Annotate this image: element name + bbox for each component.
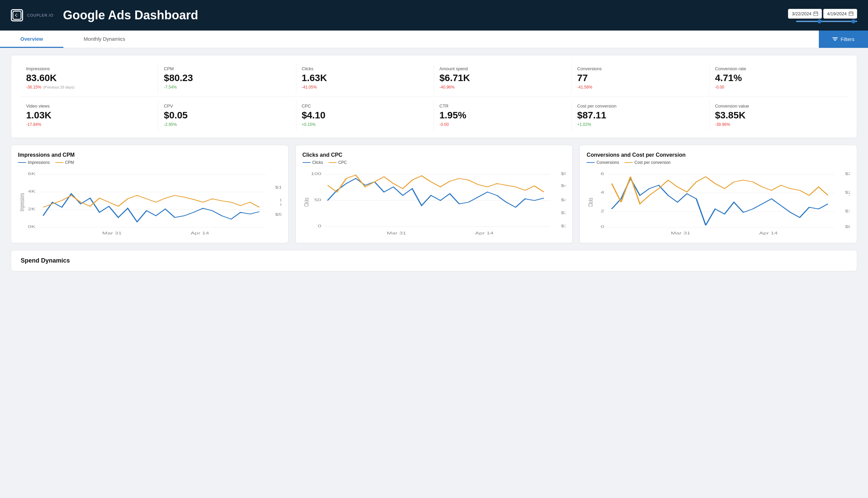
svg-text:100: 100 <box>310 172 321 176</box>
svg-point-1 <box>16 14 18 16</box>
legend-impressions: Impressions <box>18 160 50 165</box>
svg-text:2: 2 <box>601 209 604 213</box>
svg-text:$50: $50 <box>275 213 281 217</box>
svg-text:$0: $0 <box>845 225 850 228</box>
stat-impressions: Impressions 83.60K -36.15% (Previous 29 … <box>21 62 158 94</box>
date-end-input[interactable]: 4/19/2024 <box>823 9 857 19</box>
logo-text: COUPLER.IO <box>27 13 54 17</box>
chart-clicks-cpc: Clicks and CPC Clicks CPC 100 50 0 <box>295 145 573 243</box>
stats-row-2: Video views 1.03K -17.84% CPV $0.05 -2.9… <box>21 100 847 131</box>
legend-cost-per-conv: Cost per conversion <box>625 160 671 165</box>
stat-cpc: CPC $4.10 +0.15% <box>296 100 434 131</box>
chart-conversions-cost: Conversions and Cost per Conversion Conv… <box>579 145 857 243</box>
svg-text:Cost per conversion: Cost per conversion <box>849 187 850 218</box>
stat-conversion-value: Conversion value $3.85K -39.96% <box>710 100 847 131</box>
stats-divider <box>21 96 847 97</box>
svg-rect-2 <box>814 12 818 16</box>
svg-text:CPM: CPM <box>279 198 281 206</box>
svg-text:Apr 14: Apr 14 <box>759 231 777 235</box>
slider-thumb-start[interactable] <box>817 19 822 23</box>
svg-text:Clicks: Clicks <box>588 198 595 207</box>
legend-cpm: CPM <box>55 160 74 165</box>
stat-conversions: Conversions 77 -41.56% <box>572 62 709 94</box>
stat-video-views: Video views 1.03K -17.84% <box>21 100 158 131</box>
filters-button[interactable]: Filters <box>819 30 868 48</box>
stat-conversion-rate: Conversion rate 4.71% -0.00 <box>710 62 847 94</box>
nav-bar: Overview Monthly Dynamics Filters <box>0 30 868 48</box>
charts-row: Impressions and CPM Impressions CPM 6K 4… <box>11 145 857 243</box>
calendar-icon-end <box>849 11 853 16</box>
stat-ctr: CTR 1.95% -0.00 <box>434 100 572 131</box>
svg-text:50: 50 <box>314 198 321 202</box>
legend-clicks: Clicks <box>303 160 323 165</box>
svg-text:Apr 14: Apr 14 <box>475 231 493 235</box>
legend-dot-blue-3 <box>587 162 595 163</box>
svg-text:4K: 4K <box>28 189 36 193</box>
svg-text:4: 4 <box>601 191 604 194</box>
stat-clicks: Clicks 1.63K -41.05% <box>296 62 434 94</box>
stat-cost-per-conversion: Cost per conversion $87.11 +1.02% <box>572 100 709 131</box>
date-range-slider[interactable] <box>796 21 857 22</box>
stats-row-1: Impressions 83.60K -36.15% (Previous 29 … <box>21 62 847 94</box>
calendar-icon-start <box>813 11 818 16</box>
svg-text:$5.0: $5.0 <box>561 172 566 176</box>
tab-monthly-dynamics[interactable]: Monthly Dynamics <box>63 30 146 48</box>
svg-text:$3.0: $3.0 <box>561 224 566 228</box>
svg-text:CPC: CPC <box>564 198 566 206</box>
logo-icon <box>11 9 23 21</box>
legend-dot-blue-1 <box>18 162 26 163</box>
svg-text:0: 0 <box>601 225 604 228</box>
chart-legend-3: Conversions Cost per conversion <box>587 160 850 165</box>
spend-dynamics-card: Spend Dynamics <box>11 250 857 271</box>
svg-text:Mar 31: Mar 31 <box>387 231 406 235</box>
slider-thumb-end[interactable] <box>851 19 855 23</box>
stat-cpm: CPM $80.23 -7.54% <box>158 62 296 94</box>
logo-area: COUPLER.IO <box>11 9 54 21</box>
legend-dot-orange-1 <box>55 162 63 163</box>
stats-card: Impressions 83.60K -36.15% (Previous 29 … <box>11 55 857 138</box>
main-content: Impressions 83.60K -36.15% (Previous 29 … <box>0 48 868 278</box>
svg-text:$3.5: $3.5 <box>561 211 566 215</box>
chart-svg-2: 100 50 0 $5.0 $4.5 $4.0 $3.5 $3.0 Clicks… <box>303 168 566 236</box>
svg-text:0: 0 <box>318 224 321 228</box>
chart-legend-1: Impressions CPM <box>18 160 281 165</box>
svg-text:Mar 31: Mar 31 <box>671 231 691 235</box>
svg-rect-6 <box>849 12 853 16</box>
legend-dot-blue-2 <box>303 162 310 163</box>
svg-text:6: 6 <box>601 172 604 176</box>
svg-text:2K: 2K <box>28 207 36 211</box>
date-inputs-row: 3/22/2024 4/19/2024 <box>788 9 857 19</box>
legend-conversions: Conversions <box>587 160 619 165</box>
legend-cpc: CPC <box>329 160 347 165</box>
chart-impressions-cpm: Impressions and CPM Impressions CPM 6K 4… <box>11 145 289 243</box>
svg-text:Apr 14: Apr 14 <box>190 231 209 235</box>
chart-svg-3: 6 4 2 0 $300 $200 $100 $0 Clicks Cost pe… <box>587 168 850 236</box>
svg-text:6K: 6K <box>28 172 36 176</box>
svg-text:$4.5: $4.5 <box>561 184 566 187</box>
svg-text:Mar 31: Mar 31 <box>103 231 122 235</box>
legend-dot-orange-3 <box>625 162 633 163</box>
chart-svg-1: 6K 4K 2K 0K $100 $50 Impressions CPM <box>18 168 281 236</box>
stat-amount-spend: Amount spend $6.71K -40.96% <box>434 62 572 94</box>
filter-icon <box>832 37 838 42</box>
svg-text:Impressions: Impressions <box>19 193 25 211</box>
header: COUPLER.IO Google Ads Dashboard 3/22/202… <box>0 0 868 30</box>
tab-overview[interactable]: Overview <box>0 30 63 48</box>
date-start-input[interactable]: 3/22/2024 <box>788 9 822 19</box>
svg-text:$100: $100 <box>275 186 281 189</box>
chart-legend-2: Clicks CPC <box>303 160 566 165</box>
legend-dot-orange-2 <box>329 162 337 163</box>
date-range-wrapper: 3/22/2024 4/19/2024 <box>788 9 857 22</box>
svg-text:0K: 0K <box>28 225 36 228</box>
page-title: Google Ads Dashboard <box>63 8 788 22</box>
stat-cpv: CPV $0.05 -2.95% <box>158 100 296 131</box>
svg-text:Clicks: Clicks <box>303 198 310 207</box>
svg-text:$300: $300 <box>845 172 850 176</box>
